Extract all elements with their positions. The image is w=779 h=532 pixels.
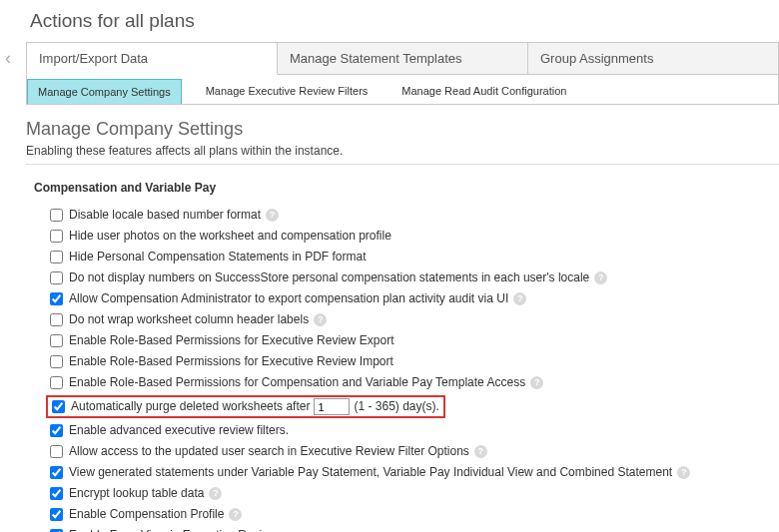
option-row: Hide Personal Compensation Statements in… bbox=[50, 247, 779, 267]
help-icon[interactable]: ? bbox=[229, 508, 242, 521]
option-row: Enable Role-Based Permissions for Execut… bbox=[50, 330, 779, 351]
help-icon[interactable]: ? bbox=[513, 292, 526, 305]
option-checkbox[interactable] bbox=[50, 251, 63, 264]
option-label: Allow access to the updated user search … bbox=[69, 443, 469, 460]
option-checkbox[interactable] bbox=[50, 209, 63, 222]
option-checkbox[interactable] bbox=[50, 334, 63, 347]
tier1-tab[interactable]: Manage Statement Templates bbox=[278, 43, 528, 75]
back-chevron-icon[interactable]: ‹ bbox=[5, 48, 11, 69]
option-row: Enable Role-Based Permissions for Execut… bbox=[50, 351, 779, 372]
tier1-tab[interactable]: Import/Export Data bbox=[26, 43, 278, 75]
tier1-tab[interactable]: Group Assignments bbox=[528, 43, 779, 75]
option-row: Do not wrap worksheet column header labe… bbox=[50, 309, 779, 330]
tier1-tabs: Import/Export DataManage Statement Templ… bbox=[26, 42, 779, 75]
options-list: Disable locale based number format?Hide … bbox=[26, 205, 779, 532]
option-checkbox[interactable] bbox=[50, 424, 63, 437]
group-title: Compensation and Variable Pay bbox=[34, 181, 779, 195]
option-checkbox[interactable] bbox=[50, 313, 63, 326]
option-label: Do not wrap worksheet column header labe… bbox=[69, 311, 309, 328]
option-row: Do not display numbers on SuccessStore p… bbox=[50, 267, 779, 288]
option-row: Hide user photos on the worksheet and co… bbox=[50, 226, 779, 247]
option-label: Enable Role-Based Permissions for Execut… bbox=[69, 332, 393, 349]
tier2-tab[interactable]: Manage Company Settings bbox=[27, 79, 182, 104]
tier2-tabs: Manage Company SettingsManage Executive … bbox=[26, 75, 779, 105]
option-row: Enable Compensation Profile? bbox=[50, 504, 779, 525]
option-checkbox[interactable] bbox=[50, 355, 63, 368]
option-row: Allow access to the updated user search … bbox=[50, 441, 779, 462]
option-row: Disable locale based number format? bbox=[50, 205, 779, 226]
option-row: Enable advanced executive review filters… bbox=[50, 420, 779, 441]
option-label: View generated statements under Variable… bbox=[69, 464, 672, 481]
option-label: Disable locale based number format bbox=[69, 207, 261, 224]
option-label: Allow Compensation Administrator to expo… bbox=[69, 290, 508, 307]
option-checkbox[interactable] bbox=[50, 292, 63, 305]
page-title: Actions for all plans bbox=[0, 0, 779, 42]
option-checkbox[interactable] bbox=[50, 487, 63, 500]
option-label: Enable Compensation Profile bbox=[69, 506, 224, 523]
option-label: Enable Role-Based Permissions for Execut… bbox=[69, 353, 393, 370]
option-label: Do not display numbers on SuccessStore p… bbox=[69, 269, 589, 286]
section-heading: Manage Company Settings bbox=[26, 119, 779, 140]
option-label: Enable Form View in Executive Review bbox=[69, 527, 278, 532]
option-row: Allow Compensation Administrator to expo… bbox=[50, 288, 779, 309]
highlighted-option: Automatically purge deleted worksheets a… bbox=[46, 395, 445, 418]
option-row: Enable Form View in Executive Review bbox=[50, 525, 779, 532]
option-row: Automatically purge deleted worksheets a… bbox=[50, 393, 779, 420]
option-row: Enable Role-Based Permissions for Compen… bbox=[50, 372, 779, 393]
divider bbox=[26, 164, 779, 165]
tier2-tab[interactable]: Manage Read Audit Configuration bbox=[391, 79, 576, 104]
help-icon[interactable]: ? bbox=[314, 313, 327, 326]
help-icon[interactable]: ? bbox=[594, 271, 607, 284]
help-icon[interactable]: ? bbox=[530, 376, 543, 389]
option-label: Enable Role-Based Permissions for Compen… bbox=[69, 374, 525, 391]
option-label: Enable advanced executive review filters… bbox=[69, 422, 289, 439]
option-row: View generated statements under Variable… bbox=[50, 462, 779, 483]
option-row: Encrypt lookup table data? bbox=[50, 483, 779, 504]
section-subtext: Enabling these features affects all plan… bbox=[26, 144, 779, 158]
option-checkbox[interactable] bbox=[52, 400, 65, 413]
option-label: Hide user photos on the worksheet and co… bbox=[69, 228, 391, 245]
help-icon[interactable]: ? bbox=[677, 466, 690, 479]
option-checkbox[interactable] bbox=[50, 271, 63, 284]
option-label-suffix: (1 - 365) day(s). bbox=[354, 398, 438, 415]
tier2-tab[interactable]: Manage Executive Review Filters bbox=[196, 79, 379, 104]
help-icon[interactable]: ? bbox=[209, 487, 222, 500]
option-checkbox[interactable] bbox=[50, 376, 63, 389]
help-icon[interactable]: ? bbox=[266, 209, 279, 222]
option-checkbox[interactable] bbox=[50, 230, 63, 243]
option-label: Encrypt lookup table data bbox=[69, 485, 204, 502]
option-checkbox[interactable] bbox=[50, 445, 63, 458]
help-icon[interactable]: ? bbox=[474, 445, 487, 458]
option-label: Automatically purge deleted worksheets a… bbox=[71, 398, 310, 415]
option-label: Hide Personal Compensation Statements in… bbox=[69, 249, 366, 266]
option-checkbox[interactable] bbox=[50, 508, 63, 521]
option-checkbox[interactable] bbox=[50, 466, 63, 479]
purge-days-input[interactable] bbox=[314, 398, 350, 415]
